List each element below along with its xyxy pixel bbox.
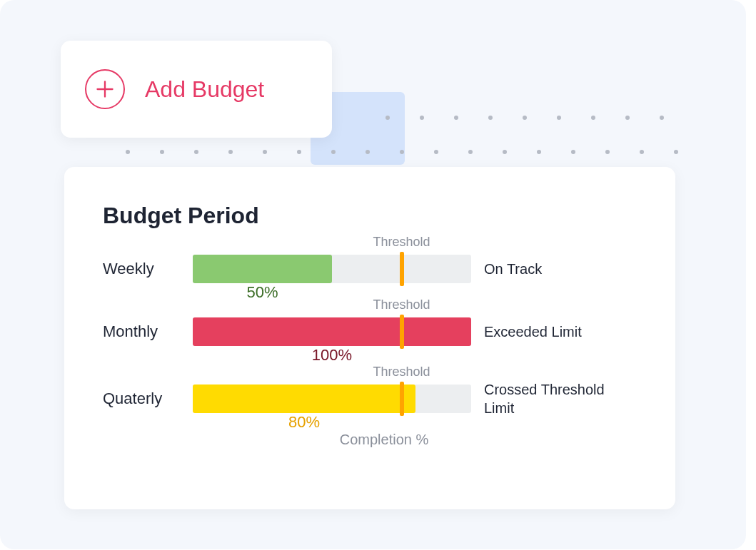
progress-track: 80% [193,385,471,413]
progress-bar-weekly: Threshold 50% [193,255,471,283]
budget-row-quarterly: Quaterly Threshold 80% Crossed Threshold… [103,380,637,417]
progress-fill [193,255,332,283]
progress-bar-quarterly: Threshold 80% [193,385,471,413]
progress-value: 80% [193,413,415,432]
status-label: On Track [484,260,637,278]
status-label: Crossed Threshold Limit [484,380,637,417]
card-title: Budget Period [103,203,637,229]
plus-icon [85,69,125,109]
threshold-label: Threshold [373,235,430,250]
progress-track: 100% [193,317,471,346]
threshold-label: Threshold [373,297,430,312]
period-label: Quaterly [103,389,180,408]
period-label: Monthly [103,322,180,341]
progress-value: 50% [193,283,332,302]
progress-fill [193,317,471,346]
progress-value: 100% [193,346,471,365]
threshold-label: Threshold [373,365,430,380]
budget-rows-container: Weekly Threshold 50% On Track Monthly Th… [103,255,637,417]
budget-period-card: Budget Period Weekly Threshold 50% On Tr… [64,167,675,509]
threshold-marker-icon [400,252,404,286]
progress-fill [193,385,415,413]
budget-row-monthly: Monthly Threshold 100% Exceeded Limit [103,317,637,346]
period-label: Weekly [103,260,180,278]
add-budget-button[interactable]: Add Budget [61,41,332,138]
progress-bar-monthly: Threshold 100% [193,317,471,346]
completion-axis-label: Completion % [131,432,637,448]
progress-track: 50% [193,255,471,283]
add-budget-label: Add Budget [145,76,264,103]
threshold-marker-icon [400,315,404,349]
threshold-marker-icon [400,382,404,416]
status-label: Exceeded Limit [484,322,637,341]
budget-row-weekly: Weekly Threshold 50% On Track [103,255,637,283]
decorative-dot-grid [385,116,756,154]
